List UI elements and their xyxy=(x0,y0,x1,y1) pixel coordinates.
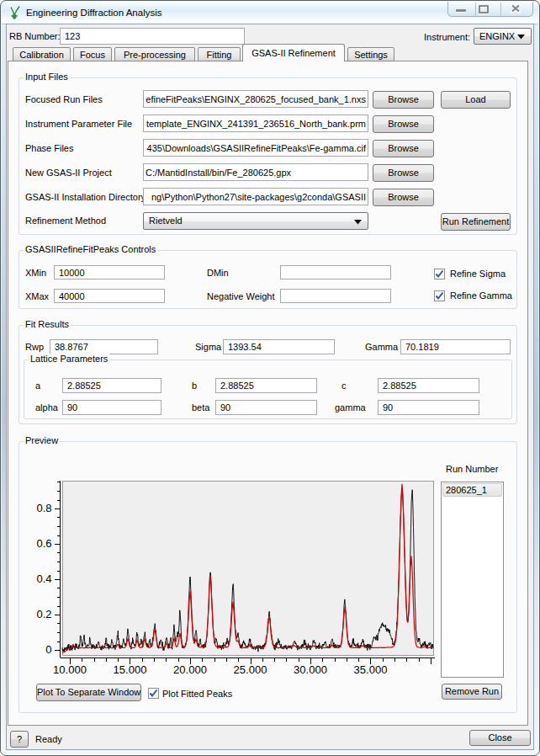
svg-text:0.6: 0.6 xyxy=(36,537,51,550)
svg-text:0.8: 0.8 xyxy=(36,502,51,514)
svg-text:20.000: 20.000 xyxy=(173,663,207,676)
svg-text:35.000: 35.000 xyxy=(354,663,388,676)
svg-text:0: 0 xyxy=(45,643,51,656)
svg-text:0.2: 0.2 xyxy=(36,608,51,620)
svg-text:25.000: 25.000 xyxy=(234,663,267,676)
svg-text:0.4: 0.4 xyxy=(36,572,51,585)
svg-text:30.000: 30.000 xyxy=(294,663,327,676)
svg-text:15.000: 15.000 xyxy=(114,663,147,676)
svg-text:10.000: 10.000 xyxy=(53,663,87,676)
